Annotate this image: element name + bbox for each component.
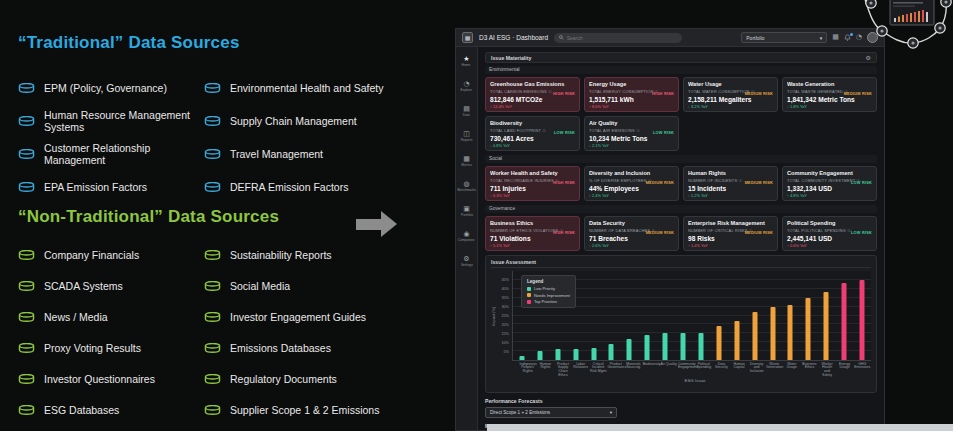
sidebar-item[interactable]: ◫ Reports [456, 125, 477, 150]
search-box[interactable] [554, 33, 682, 43]
kpi-card-title: Air Quality [589, 120, 674, 126]
chart-bar[interactable] [519, 356, 524, 360]
chart-bar[interactable] [609, 344, 614, 360]
data-source-label: Company Financials [44, 250, 204, 262]
chart-x-tick-label: Product Supply Chain Ethics [554, 361, 572, 377]
org-dropdown[interactable]: Portfolio ▾ [741, 32, 827, 43]
kpi-value: 10,234 Metric Tons [589, 135, 674, 142]
kpi-trend: ↑ 4.8% YoY [787, 193, 872, 198]
data-source-item: EPM (Policy, Governance) [18, 72, 204, 105]
kpi-card-title: Energy Usage [589, 81, 674, 87]
kpi-card[interactable]: Business Ethics NUMBER OF ETHICS VIOLATI… [485, 216, 580, 251]
chart-bar[interactable] [573, 349, 578, 360]
kpi-card[interactable]: Data Security NUMBER OF DATA BREACHES ⓘ … [584, 216, 679, 251]
risk-badge: MEDIUM RISK [646, 230, 674, 235]
info-icon: ⓘ [548, 89, 552, 94]
issue-assessment-panel: Issue Assessment Impact (%) 5%10%15%20%2… [485, 255, 877, 393]
sidebar-item-icon: ★ [463, 56, 469, 63]
chart-bar[interactable] [627, 339, 632, 360]
chart-bar[interactable] [770, 307, 775, 360]
database-icon [204, 312, 221, 323]
sidebar-item-label: Benchmarks [457, 188, 475, 191]
chart-bar[interactable] [716, 326, 721, 360]
data-source-item: Human Resource Management Systems [18, 105, 204, 138]
sidebar-item-icon: ▦ [463, 156, 470, 163]
kpi-card[interactable]: Diversity and Inclusion % OF DIVERSE EMP… [584, 166, 679, 201]
kpi-card[interactable]: Energy Usage TOTAL ENERGY CONSUMPTION ⓘ … [584, 77, 679, 112]
kpi-card[interactable]: Enterprise Risk Management NUMBER OF CRI… [683, 216, 778, 251]
chart-x-tick-label: Critical Incident Risk Mgmt [589, 361, 607, 377]
kpi-card-title: Political Spending [787, 220, 872, 226]
chart-bar[interactable] [752, 312, 757, 360]
data-source-item: Social Media [204, 271, 390, 302]
chart-x-tick-label: Indigenous Peoples' Rights [519, 361, 537, 377]
kpi-value: 44% Employees [589, 185, 674, 192]
kpi-card[interactable]: Greenhouse Gas Emissions TOTAL CARBON EM… [485, 77, 580, 112]
kpi-trend: ↑ 12.4% YoY [490, 104, 575, 109]
kpi-card[interactable]: Political Spending TOTAL POLITICAL SPEND… [782, 216, 877, 251]
database-icon [18, 149, 35, 160]
data-source-item: Environmental Health and Safety [204, 72, 390, 105]
data-source-item: Travel Management [204, 138, 390, 171]
database-icon [204, 182, 221, 193]
data-source-item: Regulatory Documents [204, 364, 390, 395]
risk-badge: MEDIUM RISK [745, 230, 773, 235]
dash-sections: Environmental Greenhouse Gas Emissions T… [485, 66, 877, 251]
chart-legend-entry: Low Priority [527, 286, 570, 291]
kpi-card[interactable]: Biodiversity TOTAL LAND FOOTPRINT ⓘ 730,… [485, 116, 580, 151]
kpi-card-title: Waste Generation [787, 81, 872, 87]
chart-bar[interactable] [842, 283, 847, 360]
sidebar-item[interactable]: ◍ Benchmarks [456, 175, 477, 200]
chart-bar[interactable] [663, 333, 668, 360]
chart-bar[interactable] [806, 298, 811, 360]
search-icon [559, 35, 564, 40]
gear-icon[interactable]: ⚙ [866, 54, 871, 61]
traditional-list: EPM (Policy, Governance) Human Resource … [18, 72, 390, 204]
traditional-heading: “Traditional” Data Sources [18, 33, 240, 53]
kpi-card[interactable]: Water Usage TOTAL WATER CONSUMPTION ⓘ 2,… [683, 77, 778, 112]
sidebar-item[interactable]: ▣ Portfolio [456, 200, 477, 225]
sidebar-item[interactable]: ◉ Companies [456, 225, 477, 250]
kpi-card[interactable]: Worker Health and Safety TOTAL RECORDABL… [485, 166, 580, 201]
chart-bar[interactable] [788, 305, 793, 360]
chart-bar[interactable] [698, 333, 703, 360]
search-input[interactable] [567, 35, 677, 41]
sidebar-item[interactable]: ⚙ Settings [456, 250, 477, 275]
chart-title: Issue Assessment [491, 259, 871, 268]
section-label: Environmental [485, 66, 877, 74]
data-source-item: Customer Relationship Management [18, 138, 204, 171]
chart-bar[interactable] [681, 333, 686, 360]
data-source-label: Human Resource Management Systems [44, 110, 204, 134]
database-icon [204, 83, 221, 94]
chart-bar[interactable] [555, 349, 560, 360]
flow-arrow-icon [356, 211, 397, 237]
chart-x-tick-label: Energy Usage [836, 361, 854, 377]
chart-legend-entry: Needs Improvement [527, 293, 570, 298]
kpi-card[interactable]: Community Engagement TOTAL COMMUNITY INV… [782, 166, 877, 201]
sidebar-item[interactable]: ★ Home [456, 50, 477, 75]
risk-badge: MEDIUM RISK [646, 180, 674, 185]
chart-bar[interactable] [537, 351, 542, 360]
sidebar-item[interactable]: ▤ Data [456, 100, 477, 125]
sidebar-item[interactable]: ◔ Explore [456, 75, 477, 100]
info-icon: ⓘ [738, 178, 742, 183]
kpi-value: 1,332,134 USD [787, 185, 872, 192]
database-icon [18, 281, 35, 292]
data-source-item: Emissions Databases [204, 333, 390, 364]
metric-dropdown[interactable]: Direct Scope 1 + 2 Emissions ▾ [485, 407, 617, 418]
chart-bar[interactable] [734, 321, 739, 360]
chart-bar[interactable] [591, 348, 596, 360]
chart-bar[interactable] [860, 280, 865, 360]
kpi-value: 71 Breaches [589, 235, 674, 242]
data-source-label: Investor Questionnaires [44, 374, 204, 386]
kpi-card[interactable]: Air Quality TOTAL AIR EMISSIONS ⓘ 10,234… [584, 116, 679, 151]
kpi-card[interactable]: Waste Generation TOTAL WASTE GENERATED ⓘ… [782, 77, 877, 112]
info-icon: ⓘ [542, 128, 546, 133]
kpi-card[interactable]: Human Rights NUMBER OF INCIDENTS ⓘ 15 In… [683, 166, 778, 201]
chart-x-tick-label: Air Quality [660, 361, 678, 377]
kpi-value: 71 Violations [490, 235, 575, 242]
chart-bar[interactable] [645, 335, 650, 360]
chart-bar[interactable] [824, 292, 829, 360]
sidebar-item[interactable]: ▦ Metrics [456, 150, 477, 175]
chart-x-labels: Indigenous Peoples' RightsHuman RightsPr… [519, 361, 871, 377]
